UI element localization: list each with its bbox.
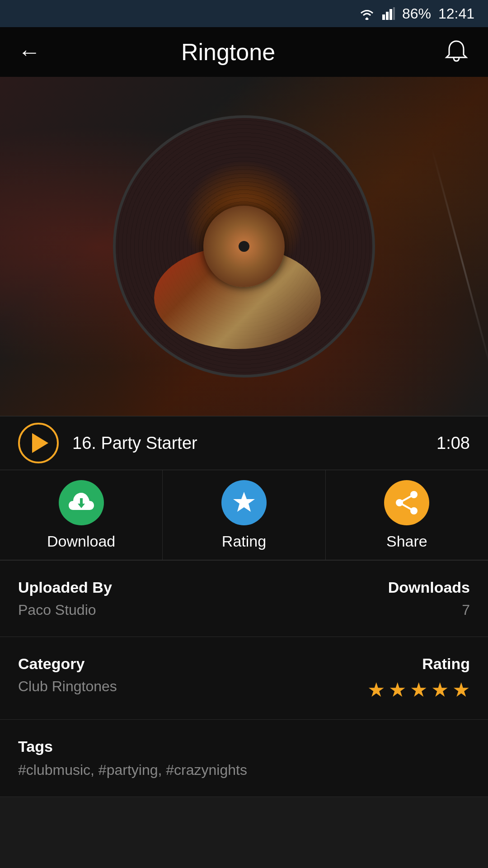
action-row: Download Rating Share xyxy=(0,470,488,561)
rating-label: Rating xyxy=(222,533,266,550)
track-duration: 1:08 xyxy=(436,434,470,453)
svg-line-8 xyxy=(399,503,414,511)
svg-rect-2 xyxy=(389,9,392,20)
stars-row: ★ ★ ★ ★ ★ xyxy=(367,678,470,701)
status-icons: 86% 12:41 xyxy=(359,5,474,22)
uploaded-by-value: Paco Studio xyxy=(18,602,112,618)
bell-icon xyxy=(443,38,470,65)
category-rating-row: Category Club Ringtones Rating ★ ★ ★ ★ ★ xyxy=(0,637,488,720)
vinyl-center xyxy=(239,241,249,252)
upload-downloads-row: Uploaded By Paco Studio Downloads 7 xyxy=(0,561,488,637)
share-label: Share xyxy=(386,533,427,550)
info-section: Uploaded By Paco Studio Downloads 7 Cate… xyxy=(0,561,488,797)
wifi-icon xyxy=(359,7,375,20)
back-arrow-icon: ← xyxy=(18,41,41,63)
category-section: Category Club Ringtones xyxy=(18,655,117,695)
share-icon xyxy=(394,490,419,515)
category-value: Club Ringtones xyxy=(18,678,117,695)
download-icon xyxy=(69,490,94,515)
app-header: ← Ringtone xyxy=(0,27,488,77)
download-action[interactable]: Download xyxy=(0,470,163,560)
star-2: ★ xyxy=(389,678,406,701)
play-icon xyxy=(32,433,48,453)
star-3: ★ xyxy=(410,678,427,701)
tags-label: Tags xyxy=(18,738,470,755)
battery-text: 86% xyxy=(402,5,431,22)
svg-line-7 xyxy=(399,495,414,503)
vinyl-label xyxy=(203,206,285,287)
page-title: Ringtone xyxy=(41,38,416,66)
rating-action[interactable]: Rating xyxy=(163,470,325,560)
status-bar: 86% 12:41 xyxy=(0,0,488,27)
svg-rect-0 xyxy=(382,14,385,20)
uploaded-by-section: Uploaded By Paco Studio xyxy=(18,579,112,618)
download-label: Download xyxy=(47,533,115,550)
play-button[interactable] xyxy=(18,423,59,463)
tags-row: Tags #clubmusic, #partying, #crazynights xyxy=(0,720,488,797)
share-action[interactable]: Share xyxy=(326,470,488,560)
vinyl-record xyxy=(113,115,375,377)
star-5: ★ xyxy=(452,678,470,701)
rating-section: Rating ★ ★ ★ ★ ★ xyxy=(367,655,470,701)
track-title: 16. Party Starter xyxy=(72,434,436,453)
star-1: ★ xyxy=(367,678,385,701)
album-art-container xyxy=(0,77,488,416)
notification-button[interactable] xyxy=(443,38,470,66)
player-row: 16. Party Starter 1:08 xyxy=(0,416,488,470)
rating-circle xyxy=(221,480,267,525)
rating-text-label: Rating xyxy=(422,655,470,673)
downloads-section: Downloads 7 xyxy=(388,579,470,618)
svg-rect-1 xyxy=(386,12,389,20)
back-button[interactable]: ← xyxy=(18,41,41,63)
time-text: 12:41 xyxy=(438,5,474,22)
tags-value: #clubmusic, #partying, #crazynights xyxy=(18,762,470,778)
rating-icon xyxy=(231,490,257,515)
star-4: ★ xyxy=(431,678,449,701)
uploaded-by-label: Uploaded By xyxy=(18,579,112,596)
share-circle xyxy=(384,480,429,525)
download-circle xyxy=(59,480,104,525)
category-label: Category xyxy=(18,655,117,673)
signal-icon xyxy=(382,7,395,20)
downloads-value: 7 xyxy=(462,602,470,618)
downloads-label: Downloads xyxy=(388,579,470,596)
svg-rect-3 xyxy=(393,7,395,20)
